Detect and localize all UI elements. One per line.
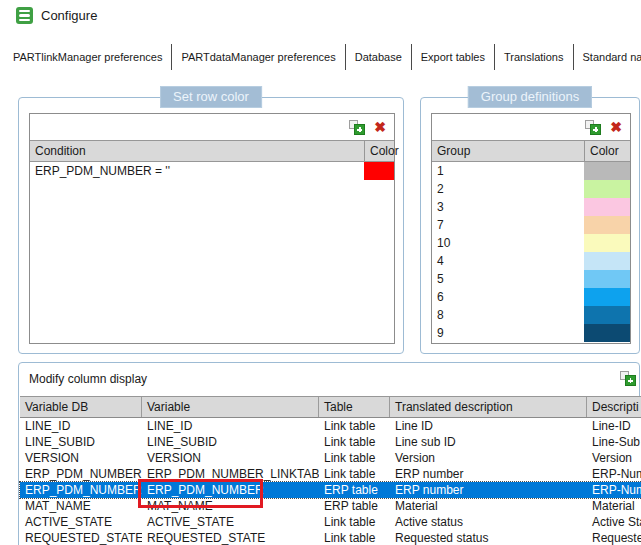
cell-translated-description: Requested status [390,530,587,545]
header-table[interactable]: Table [319,397,390,417]
add-row-color-icon[interactable] [349,119,365,135]
condition-color-swatch[interactable] [364,162,394,180]
group-row[interactable]: 2 [432,180,630,198]
cell-description: ERP-Num [587,466,641,482]
group-row[interactable]: 5 [432,270,630,288]
tab-export-tables[interactable]: Export tables [412,44,495,70]
group-label: 4 [432,252,584,270]
table-row[interactable]: ACTIVE_STATE ACTIVE_STATE Link table Act… [20,514,641,530]
group-row[interactable]: 1 [432,162,630,180]
group-row[interactable]: 3 [432,198,630,216]
cell-translated-description: Active status [390,514,587,530]
group-definitions-toolbar: ✖ [432,114,630,140]
table-row[interactable]: VERSION VERSION Link table Version Versi… [20,450,641,466]
cell-table: Link table [319,434,390,450]
group-color-column-header[interactable]: Color [584,141,630,161]
header-variable-db[interactable]: Variable DB [20,397,142,417]
table-row[interactable]: LINE_ID LINE_ID Link table Line ID Line-… [20,418,641,434]
header-translated-description[interactable]: Translated description [390,397,587,417]
row-color-rule-row[interactable]: ERP_PDM_NUMBER = '' [30,162,394,180]
delete-row-color-icon[interactable]: ✖ [374,119,386,135]
group-definitions-rows: 1 2 3 7 10 4 5 6 8 9 [432,162,630,343]
set-row-color-rows: ERP_PDM_NUMBER = '' [30,162,394,343]
cell-variable-db: ERP_PDM_NUMBER [20,466,142,482]
cell-variable-db: ACTIVE_STATE [20,514,142,530]
group-color-swatch[interactable] [584,270,630,288]
group-row[interactable]: 6 [432,288,630,306]
group-color-swatch[interactable] [584,324,630,342]
group-label: 2 [432,180,584,198]
cell-translated-description: ERP number [390,482,587,498]
cell-translated-description: Line sub ID [390,434,587,450]
group-color-swatch[interactable] [584,234,630,252]
cell-description: Version [587,450,641,466]
cell-variable-db: LINE_SUBID [20,434,142,450]
cell-description: Line-ID [587,418,641,434]
titlebar: Configure [16,7,97,24]
group-color-swatch[interactable] [584,306,630,324]
group-column-header[interactable]: Group [432,141,584,161]
cell-variable: MAT_NAME [142,498,319,514]
cell-variable: ERP_PDM_NUMBER [142,482,319,498]
condition-cell[interactable]: ERP_PDM_NUMBER = '' [30,162,364,180]
cell-variable-db: ERP_PDM_NUMBER [20,482,142,498]
cell-table: Link table [319,514,390,530]
table-row[interactable]: ERP_PDM_NUMBER ERP_PDM_NUMBER_LINKTABLE … [20,466,641,482]
group-color-swatch[interactable] [584,252,630,270]
set-row-color-title: Set row color [160,86,262,108]
group-row[interactable]: 9 [432,324,630,342]
table-row-selected[interactable]: ERP_PDM_NUMBER ERP_PDM_NUMBER ERP table … [20,482,641,498]
cell-translated-description: Version [390,450,587,466]
tab-partlinkmanager-preferences[interactable]: PARTlinkManager preferences [4,44,172,70]
group-label: 3 [432,198,584,216]
cell-variable: ACTIVE_STATE [142,514,319,530]
group-label: 5 [432,270,584,288]
set-row-color-header: Condition Color [30,140,394,162]
group-row[interactable]: 8 [432,306,630,324]
color-column-header[interactable]: Color [364,141,394,161]
window-title: Configure [41,8,97,23]
tab-bar: PARTlinkManager preferences PARTdataMana… [4,44,641,70]
cell-table: Link table [319,450,390,466]
cell-description: ERP-Num [587,482,641,498]
condition-column-header[interactable]: Condition [30,141,364,161]
group-label: 6 [432,288,584,306]
cell-variable: REQUESTED_STATE [142,530,319,545]
cell-description: Active Sta [587,514,641,530]
header-variable[interactable]: Variable [142,397,319,417]
group-color-swatch[interactable] [584,198,630,216]
group-row[interactable]: 4 [432,252,630,270]
group-definitions-title: Group definitions [468,86,592,108]
table-row[interactable]: MAT_NAME MAT_NAME ERP table Material Mat… [20,498,641,514]
group-row[interactable]: 7 [432,216,630,234]
add-group-icon[interactable] [585,119,601,135]
cell-variable: VERSION [142,450,319,466]
cell-table: Link table [319,530,390,545]
cell-description: Material [587,498,641,514]
group-label: 10 [432,234,584,252]
configure-dialog: Configure PARTlinkManager preferences PA… [0,0,641,545]
delete-group-icon[interactable]: ✖ [610,119,622,135]
table-row[interactable]: LINE_SUBID LINE_SUBID Link table Line su… [20,434,641,450]
header-description[interactable]: Descripti [587,397,641,417]
cell-table: ERP table [319,498,390,514]
tab-translations[interactable]: Translations [495,44,574,70]
group-row[interactable]: 10 [432,234,630,252]
group-color-swatch[interactable] [584,180,630,198]
cell-variable-db: VERSION [20,450,142,466]
add-column-icon[interactable] [620,370,636,386]
group-definitions-header: Group Color [432,140,630,162]
tab-partdatamanager-preferences[interactable]: PARTdataManager preferences [172,44,345,70]
table-row[interactable]: REQUESTED_STATE REQUESTED_STATE Link tab… [20,530,641,545]
column-display-table: Variable DB Variable Table Translated de… [20,396,641,545]
column-display-header: Variable DB Variable Table Translated de… [20,396,641,418]
group-color-swatch[interactable] [584,216,630,234]
cell-variable-db: MAT_NAME [20,498,142,514]
tab-database[interactable]: Database [346,44,412,70]
group-definitions-groupbox: Group definitions ✖ Group Color 1 2 3 7 … [420,97,640,354]
modify-column-display-panel: Modify column display Variable DB Variab… [18,362,640,545]
group-color-swatch[interactable] [584,162,630,180]
group-color-swatch[interactable] [584,288,630,306]
modify-column-display-title: Modify column display [29,369,147,389]
tab-standard-name[interactable]: Standard name [574,44,641,70]
